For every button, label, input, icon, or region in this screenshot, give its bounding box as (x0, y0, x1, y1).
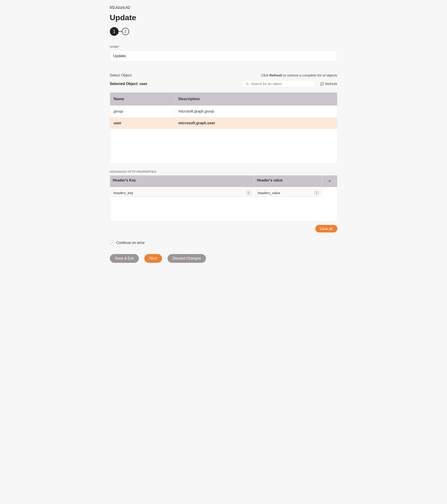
breadcrumb[interactable]: MS Azure AD (110, 5, 130, 9)
cell-description: microsoft.graph.user (175, 117, 337, 129)
save-exit-button[interactable]: Save & Exit (110, 254, 139, 263)
clear-all-button[interactable]: Clear All (315, 225, 337, 233)
svg-point-0 (246, 82, 248, 85)
selected-object-label: Selected Object: user (110, 82, 148, 86)
step-1[interactable]: 1 (110, 27, 119, 36)
name-label-text: NAME (110, 45, 119, 49)
hint-prefix: Click (261, 73, 270, 77)
refresh-hint: Click Refresh to retrieve a complete lis… (261, 73, 337, 77)
refresh-button[interactable]: Refresh (320, 82, 337, 86)
col-header-key: Header's Key (110, 176, 254, 187)
http-row: V V (110, 187, 337, 198)
step-2[interactable]: 2 (122, 28, 129, 35)
object-table: Name Description group microsoft.graph.g… (110, 92, 337, 163)
name-label: NAME* (110, 45, 337, 49)
table-row[interactable]: group microsoft.graph.group (110, 106, 337, 117)
step-connector (119, 31, 122, 32)
stepper: 1 2 (110, 27, 337, 36)
cell-description: microsoft.graph.group (175, 106, 337, 117)
refresh-label: Refresh (325, 82, 337, 86)
http-table: Header's Key Header's value + V V (110, 175, 337, 222)
header-value-input[interactable] (258, 191, 315, 195)
hint-bold: Refresh (269, 73, 282, 77)
http-properties-label: ADVANCED HTTP PROPERTIES (110, 170, 337, 173)
required-star: * (119, 45, 120, 49)
add-row-button[interactable]: + (322, 176, 337, 187)
check-icon (110, 241, 113, 244)
variable-icon[interactable]: V (315, 191, 318, 195)
selected-value: user (139, 82, 147, 86)
search-icon (245, 82, 249, 86)
continue-on-error-checkbox[interactable] (110, 241, 114, 245)
row-action-cell (322, 187, 337, 198)
search-input[interactable] (251, 82, 312, 86)
search-box[interactable] (242, 80, 316, 87)
header-key-input[interactable] (113, 191, 247, 195)
col-header-description: Description (175, 92, 337, 106)
table-empty-area (110, 129, 337, 163)
svg-line-1 (248, 84, 248, 85)
discard-button[interactable]: Discard Changes (168, 254, 206, 263)
col-header-name: Name (110, 92, 175, 106)
col-header-value: Header's value (254, 176, 322, 187)
page-title: Update (110, 13, 337, 22)
http-empty-area (110, 198, 337, 221)
name-input[interactable] (110, 50, 337, 62)
next-button[interactable]: Next (144, 254, 162, 263)
select-object-label: Select Object (110, 73, 132, 77)
cell-name: group (110, 106, 175, 117)
footer-buttons: Save & Exit Next Discard Changes (110, 254, 337, 268)
continue-on-error-label: Continue on error (116, 241, 145, 245)
variable-icon[interactable]: V (247, 191, 250, 195)
refresh-icon (320, 82, 324, 86)
hint-suffix: to retrieve a complete list of objects (282, 73, 337, 77)
plus-icon: + (328, 178, 331, 184)
selected-prefix: Selected Object: (110, 82, 140, 86)
cell-name: user (110, 117, 175, 129)
table-row[interactable]: user microsoft.graph.user (110, 117, 337, 129)
